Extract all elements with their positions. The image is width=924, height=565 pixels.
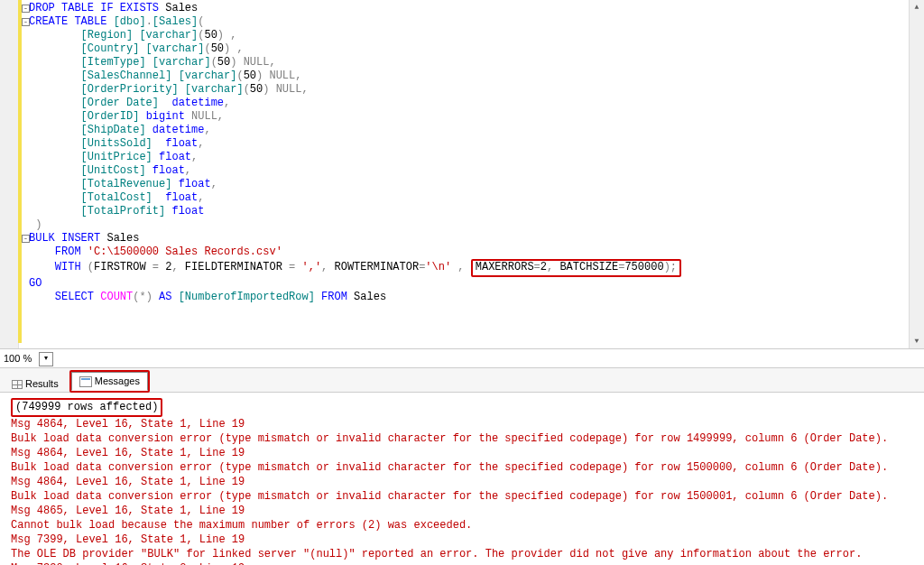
code-line[interactable]: FROM 'C:\1500000 Sales Records.csv' [29,245,924,259]
error-line: Msg 4864, Level 16, State 1, Line 19 [11,446,920,460]
tab-results[interactable]: Results [4,375,67,393]
code-content[interactable]: DROP TABLE IF EXISTS SalesCREATE TABLE [… [23,0,924,306]
error-line: Msg 7330, Level 16, State 2, Line 19 [11,561,920,565]
messages-icon [79,376,92,387]
code-line[interactable]: [Country] [varchar](50) , [29,42,924,56]
tab-results-label: Results [25,378,59,389]
error-line: Bulk load data conversion error (type mi… [11,489,920,504]
editor-scrollbar[interactable]: ▲ ▼ [909,0,924,348]
code-line[interactable]: CREATE TABLE [dbo].[Sales]( [29,15,924,29]
code-line[interactable]: [ItemType] [varchar](50) NULL, [29,56,924,69]
code-line[interactable]: DROP TABLE IF EXISTS Sales [29,2,924,15]
code-line[interactable]: [UnitPrice] float, [29,151,924,164]
fold-toggle-icon[interactable]: - [22,235,30,243]
error-line: Bulk load data conversion error (type mi… [11,460,920,475]
messages-pane[interactable]: (749999 rows affected) Msg 4864, Level 1… [0,393,924,565]
code-line[interactable]: [TotalProfit] float [29,205,924,218]
error-line: Msg 7399, Level 16, State 1, Line 19 [11,533,920,547]
code-line[interactable]: SELECT COUNT(*) AS [NumberofImportedRow]… [29,291,924,304]
code-line[interactable]: [OrderPriority] [varchar](50) NULL, [29,83,924,97]
error-line: Cannot bulk load because the maximum num… [11,518,920,533]
code-line[interactable]: [Region] [varchar](50) , [29,29,924,42]
code-line[interactable]: WITH (FIRSTROW = 2, FIELDTERMINATOR = ',… [29,259,924,277]
scroll-down-icon[interactable]: ▼ [910,335,923,347]
tab-messages[interactable]: Messages [71,372,148,391]
error-line: The OLE DB provider "BULK" for linked se… [11,547,920,561]
code-line[interactable]: [UnitsSold] float, [29,137,924,151]
grid-icon [12,380,23,389]
error-line: Msg 4864, Level 16, State 1, Line 19 [11,475,920,489]
code-line[interactable]: [UnitCost] float, [29,164,924,178]
error-line: Bulk load data conversion error (type mi… [11,431,920,446]
code-line[interactable]: [ShipDate] datetime, [29,124,924,137]
error-line: Msg 4864, Level 16, State 1, Line 19 [11,417,920,431]
fold-toggle-icon[interactable]: - [22,18,30,26]
error-line: Msg 4865, Level 16, State 1, Line 19 [11,504,920,518]
rows-affected: (749999 rows affected) [11,398,162,417]
zoom-value: 100 % [4,349,34,367]
code-line[interactable]: BULK INSERT Sales [29,232,924,245]
code-line[interactable]: ) [29,218,924,232]
code-line[interactable]: GO [29,277,924,291]
bulk-options-highlight: MAXERRORS=2, BATCHSIZE=750000); [471,259,681,277]
code-line[interactable]: [TotalRevenue] float, [29,178,924,191]
code-line[interactable]: [OrderID] bigint NULL, [29,110,924,124]
code-line[interactable]: [TotalCost] float, [29,191,924,205]
sql-editor[interactable]: ▲ ▼ DROP TABLE IF EXISTS SalesCREATE TAB… [0,0,924,349]
scroll-up-icon[interactable]: ▲ [910,1,923,14]
zoom-dropdown-icon[interactable]: ▾ [39,352,53,366]
code-line[interactable]: [SalesChannel] [varchar](50) NULL, [29,69,924,83]
zoom-bar: 100 % ▾ [0,349,924,368]
change-indicator [18,0,22,343]
fold-toggle-icon[interactable]: - [22,5,30,13]
code-line[interactable]: [Order Date] datetime, [29,97,924,110]
editor-gutter [0,0,19,348]
results-tabs: Results Messages [0,368,924,393]
tab-messages-label: Messages [95,375,140,386]
